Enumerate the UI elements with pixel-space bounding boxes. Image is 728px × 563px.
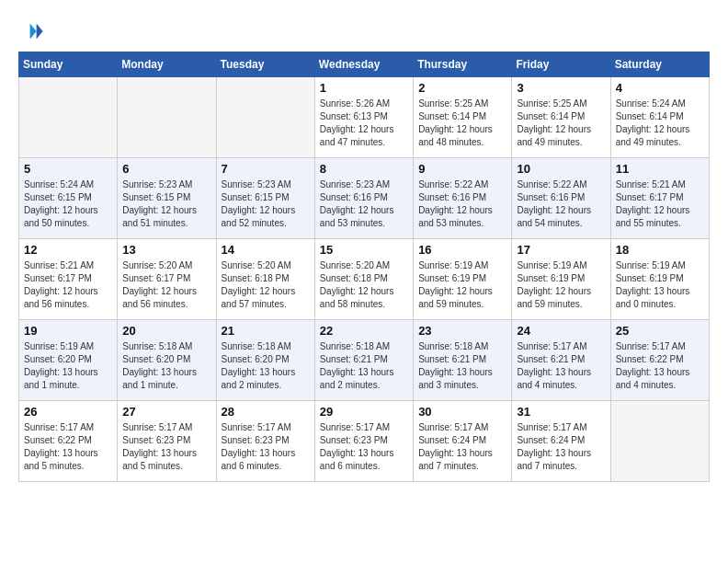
day-header-friday: Friday bbox=[512, 52, 610, 77]
day-number: 20 bbox=[122, 324, 210, 338]
calendar-week-row: 1Sunrise: 5:26 AM Sunset: 6:13 PM Daylig… bbox=[19, 77, 710, 158]
calendar-cell: 22Sunrise: 5:18 AM Sunset: 6:21 PM Dayli… bbox=[314, 320, 413, 401]
svg-marker-1 bbox=[30, 24, 37, 40]
calendar-cell: 7Sunrise: 5:23 AM Sunset: 6:15 PM Daylig… bbox=[216, 158, 314, 239]
day-number: 2 bbox=[418, 81, 506, 95]
day-number: 4 bbox=[616, 81, 704, 95]
day-number: 28 bbox=[222, 405, 310, 419]
day-info: Sunrise: 5:22 AM Sunset: 6:16 PM Dayligh… bbox=[517, 178, 605, 230]
day-number: 1 bbox=[320, 81, 408, 95]
day-number: 24 bbox=[517, 324, 605, 338]
day-info: Sunrise: 5:23 AM Sunset: 6:16 PM Dayligh… bbox=[320, 178, 408, 230]
day-number: 15 bbox=[320, 243, 408, 257]
day-number: 21 bbox=[222, 324, 310, 338]
calendar-cell: 3Sunrise: 5:25 AM Sunset: 6:14 PM Daylig… bbox=[512, 77, 610, 158]
day-number: 10 bbox=[517, 162, 605, 176]
calendar-cell: 28Sunrise: 5:17 AM Sunset: 6:23 PM Dayli… bbox=[216, 401, 314, 482]
day-number: 12 bbox=[24, 243, 112, 257]
day-info: Sunrise: 5:23 AM Sunset: 6:15 PM Dayligh… bbox=[222, 178, 310, 230]
calendar-cell: 16Sunrise: 5:19 AM Sunset: 6:19 PM Dayli… bbox=[414, 239, 512, 320]
day-info: Sunrise: 5:21 AM Sunset: 6:17 PM Dayligh… bbox=[616, 178, 704, 230]
day-number: 13 bbox=[122, 243, 210, 257]
day-number: 26 bbox=[24, 405, 112, 419]
day-info: Sunrise: 5:21 AM Sunset: 6:17 PM Dayligh… bbox=[24, 259, 112, 311]
calendar-cell: 5Sunrise: 5:24 AM Sunset: 6:15 PM Daylig… bbox=[19, 158, 118, 239]
calendar-cell: 21Sunrise: 5:18 AM Sunset: 6:20 PM Dayli… bbox=[216, 320, 314, 401]
day-info: Sunrise: 5:22 AM Sunset: 6:16 PM Dayligh… bbox=[418, 178, 506, 230]
day-info: Sunrise: 5:25 AM Sunset: 6:14 PM Dayligh… bbox=[418, 98, 506, 149]
day-info: Sunrise: 5:19 AM Sunset: 6:20 PM Dayligh… bbox=[24, 340, 112, 392]
day-number: 14 bbox=[222, 243, 310, 257]
day-number: 27 bbox=[122, 405, 210, 419]
calendar-cell bbox=[610, 401, 709, 482]
calendar-cell: 25Sunrise: 5:17 AM Sunset: 6:22 PM Dayli… bbox=[610, 320, 709, 401]
day-info: Sunrise: 5:18 AM Sunset: 6:20 PM Dayligh… bbox=[222, 340, 310, 392]
day-header-monday: Monday bbox=[118, 52, 216, 77]
logo bbox=[18, 18, 48, 44]
day-info: Sunrise: 5:26 AM Sunset: 6:13 PM Dayligh… bbox=[320, 98, 408, 149]
day-info: Sunrise: 5:24 AM Sunset: 6:14 PM Dayligh… bbox=[616, 98, 704, 149]
day-info: Sunrise: 5:20 AM Sunset: 6:17 PM Dayligh… bbox=[122, 259, 210, 311]
day-number: 19 bbox=[24, 324, 112, 338]
calendar-cell: 4Sunrise: 5:24 AM Sunset: 6:14 PM Daylig… bbox=[610, 77, 709, 158]
calendar-cell: 12Sunrise: 5:21 AM Sunset: 6:17 PM Dayli… bbox=[19, 239, 118, 320]
day-number: 29 bbox=[320, 405, 408, 419]
calendar-week-row: 26Sunrise: 5:17 AM Sunset: 6:22 PM Dayli… bbox=[19, 401, 710, 482]
day-number: 17 bbox=[517, 243, 605, 257]
day-info: Sunrise: 5:19 AM Sunset: 6:19 PM Dayligh… bbox=[616, 259, 704, 311]
svg-marker-0 bbox=[37, 24, 43, 40]
header bbox=[18, 18, 710, 44]
calendar-cell: 30Sunrise: 5:17 AM Sunset: 6:24 PM Dayli… bbox=[414, 401, 512, 482]
day-header-sunday: Sunday bbox=[19, 52, 118, 77]
logo-icon bbox=[18, 18, 44, 44]
calendar-cell: 29Sunrise: 5:17 AM Sunset: 6:23 PM Dayli… bbox=[314, 401, 413, 482]
calendar-week-row: 5Sunrise: 5:24 AM Sunset: 6:15 PM Daylig… bbox=[19, 158, 710, 239]
day-number: 8 bbox=[320, 162, 408, 176]
day-info: Sunrise: 5:17 AM Sunset: 6:24 PM Dayligh… bbox=[418, 421, 506, 473]
day-number: 16 bbox=[418, 243, 506, 257]
calendar-cell: 19Sunrise: 5:19 AM Sunset: 6:20 PM Dayli… bbox=[19, 320, 118, 401]
day-info: Sunrise: 5:23 AM Sunset: 6:15 PM Dayligh… bbox=[122, 178, 210, 230]
day-number: 25 bbox=[616, 324, 704, 338]
day-header-wednesday: Wednesday bbox=[314, 52, 413, 77]
day-header-saturday: Saturday bbox=[610, 52, 709, 77]
calendar-header-row: SundayMondayTuesdayWednesdayThursdayFrid… bbox=[19, 52, 710, 77]
day-info: Sunrise: 5:18 AM Sunset: 6:21 PM Dayligh… bbox=[418, 340, 506, 392]
calendar-cell bbox=[216, 77, 314, 158]
day-number: 3 bbox=[517, 81, 605, 95]
calendar-table: SundayMondayTuesdayWednesdayThursdayFrid… bbox=[18, 52, 710, 482]
calendar-cell: 9Sunrise: 5:22 AM Sunset: 6:16 PM Daylig… bbox=[414, 158, 512, 239]
calendar-cell: 10Sunrise: 5:22 AM Sunset: 6:16 PM Dayli… bbox=[512, 158, 610, 239]
day-info: Sunrise: 5:25 AM Sunset: 6:14 PM Dayligh… bbox=[517, 98, 605, 149]
day-info: Sunrise: 5:17 AM Sunset: 6:21 PM Dayligh… bbox=[517, 340, 605, 392]
calendar-cell bbox=[118, 77, 216, 158]
calendar-cell: 13Sunrise: 5:20 AM Sunset: 6:17 PM Dayli… bbox=[118, 239, 216, 320]
calendar-cell: 8Sunrise: 5:23 AM Sunset: 6:16 PM Daylig… bbox=[314, 158, 413, 239]
day-header-tuesday: Tuesday bbox=[216, 52, 314, 77]
day-info: Sunrise: 5:20 AM Sunset: 6:18 PM Dayligh… bbox=[222, 259, 310, 311]
day-number: 30 bbox=[418, 405, 506, 419]
day-info: Sunrise: 5:17 AM Sunset: 6:23 PM Dayligh… bbox=[222, 421, 310, 473]
day-info: Sunrise: 5:17 AM Sunset: 6:22 PM Dayligh… bbox=[616, 340, 704, 392]
day-info: Sunrise: 5:17 AM Sunset: 6:24 PM Dayligh… bbox=[517, 421, 605, 473]
day-header-thursday: Thursday bbox=[414, 52, 512, 77]
calendar-cell: 18Sunrise: 5:19 AM Sunset: 6:19 PM Dayli… bbox=[610, 239, 709, 320]
calendar-cell: 20Sunrise: 5:18 AM Sunset: 6:20 PM Dayli… bbox=[118, 320, 216, 401]
day-info: Sunrise: 5:18 AM Sunset: 6:21 PM Dayligh… bbox=[320, 340, 408, 392]
day-number: 11 bbox=[616, 162, 704, 176]
calendar-cell: 11Sunrise: 5:21 AM Sunset: 6:17 PM Dayli… bbox=[610, 158, 709, 239]
day-info: Sunrise: 5:17 AM Sunset: 6:23 PM Dayligh… bbox=[320, 421, 408, 473]
calendar-week-row: 12Sunrise: 5:21 AM Sunset: 6:17 PM Dayli… bbox=[19, 239, 710, 320]
calendar-cell: 1Sunrise: 5:26 AM Sunset: 6:13 PM Daylig… bbox=[314, 77, 413, 158]
day-info: Sunrise: 5:19 AM Sunset: 6:19 PM Dayligh… bbox=[418, 259, 506, 311]
calendar-cell bbox=[19, 77, 118, 158]
day-info: Sunrise: 5:20 AM Sunset: 6:18 PM Dayligh… bbox=[320, 259, 408, 311]
day-info: Sunrise: 5:24 AM Sunset: 6:15 PM Dayligh… bbox=[24, 178, 112, 230]
calendar-cell: 24Sunrise: 5:17 AM Sunset: 6:21 PM Dayli… bbox=[512, 320, 610, 401]
calendar-cell: 26Sunrise: 5:17 AM Sunset: 6:22 PM Dayli… bbox=[19, 401, 118, 482]
calendar-cell: 6Sunrise: 5:23 AM Sunset: 6:15 PM Daylig… bbox=[118, 158, 216, 239]
day-number: 23 bbox=[418, 324, 506, 338]
calendar-cell: 2Sunrise: 5:25 AM Sunset: 6:14 PM Daylig… bbox=[414, 77, 512, 158]
day-number: 31 bbox=[517, 405, 605, 419]
day-number: 18 bbox=[616, 243, 704, 257]
